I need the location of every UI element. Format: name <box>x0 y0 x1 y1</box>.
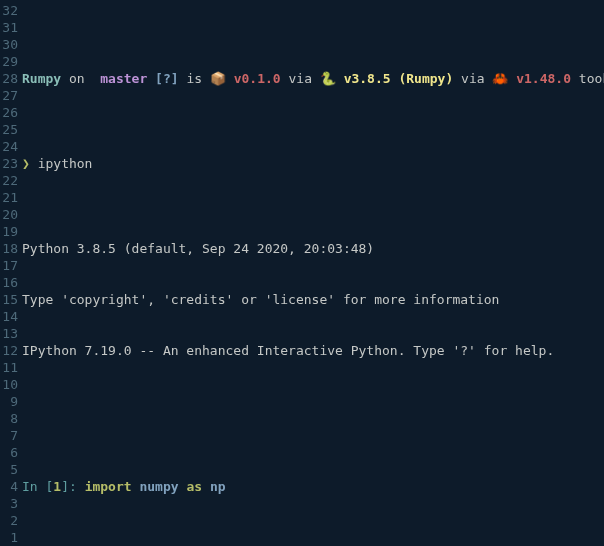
line-number: 29 <box>0 53 18 70</box>
line-number: 12 <box>0 342 18 359</box>
shell-command-line: ❯ ipython <box>22 155 604 172</box>
line-number: 24 <box>0 138 18 155</box>
ipython-input-1: In [1]: import numpy as np <box>22 478 604 495</box>
banner-line: IPython 7.19.0 -- An enhanced Interactiv… <box>22 342 604 359</box>
line-number: 28 <box>0 70 18 87</box>
line-number: 3 <box>0 495 18 512</box>
blank-line <box>22 529 604 546</box>
line-number: 9 <box>0 393 18 410</box>
line-number: 26 <box>0 104 18 121</box>
line-number: 11 <box>0 359 18 376</box>
line-number: 13 <box>0 325 18 342</box>
line-number: 10 <box>0 376 18 393</box>
line-number: 5 <box>0 461 18 478</box>
line-number: 2 <box>0 512 18 529</box>
terminal[interactable]: 3231302928272625242322212019181716151413… <box>0 0 604 546</box>
package-icon: 📦 <box>210 71 226 86</box>
line-number: 6 <box>0 444 18 461</box>
line-number: 27 <box>0 87 18 104</box>
line-number: 25 <box>0 121 18 138</box>
shell-prompt: Rumpy on master [?] is 📦 v0.1.0 via 🐍 v3… <box>22 70 604 87</box>
line-number: 17 <box>0 257 18 274</box>
line-number: 8 <box>0 410 18 427</box>
line-number: 16 <box>0 274 18 291</box>
line-number: 30 <box>0 36 18 53</box>
line-number: 20 <box>0 206 18 223</box>
line-number: 31 <box>0 19 18 36</box>
line-number: 15 <box>0 291 18 308</box>
line-number: 32 <box>0 2 18 19</box>
line-number: 14 <box>0 308 18 325</box>
line-number: 4 <box>0 478 18 495</box>
line-number: 7 <box>0 427 18 444</box>
line-number: 18 <box>0 240 18 257</box>
prompt-symbol: ❯ <box>22 156 30 171</box>
blank-line <box>22 393 604 410</box>
line-number: 22 <box>0 172 18 189</box>
python-icon: 🐍 <box>320 71 336 86</box>
banner-line: Python 3.8.5 (default, Sep 24 2020, 20:0… <box>22 240 604 257</box>
line-number: 1 <box>0 529 18 546</box>
line-number: 23 <box>0 155 18 172</box>
line-number: 19 <box>0 223 18 240</box>
terminal-content[interactable]: Rumpy on master [?] is 📦 v0.1.0 via 🐍 v3… <box>22 2 604 546</box>
rust-icon: 🦀 <box>492 71 508 86</box>
banner-line: Type 'copyright', 'credits' or 'license'… <box>22 291 604 308</box>
line-number-gutter: 3231302928272625242322212019181716151413… <box>0 2 22 546</box>
line-number: 21 <box>0 189 18 206</box>
